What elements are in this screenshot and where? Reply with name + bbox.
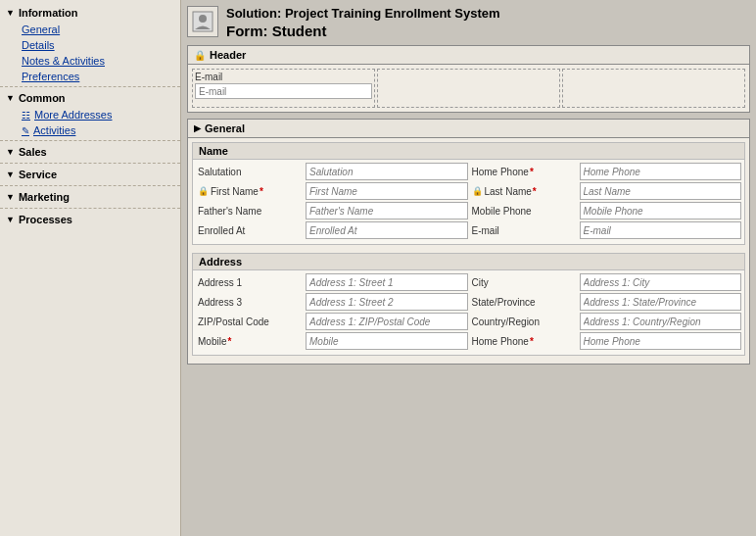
sidebar-section-processes[interactable]: ▼ Processes <box>0 211 180 228</box>
name-row-3: Enrolled At E-mail <box>196 221 741 239</box>
address-subsection: Address Address 1 City <box>192 253 745 356</box>
name-subsection-content: Salutation Home Phone * <box>193 160 744 244</box>
mobile-phone-label: Mobile Phone <box>470 205 578 218</box>
home-phone-input-0[interactable] <box>580 163 742 180</box>
name-subsection-header: Name <box>193 143 744 160</box>
triangle-icon: ▼ <box>6 215 15 224</box>
email-name-field: E-mail <box>470 221 742 239</box>
address-row-3: Mobile * Home Phone * <box>196 332 741 350</box>
header-section-label: Header <box>210 49 246 61</box>
first-name-label: 🔒 First Name * <box>196 185 304 198</box>
home-phone-required-0: * <box>530 167 534 177</box>
sidebar-section-common-label: Common <box>19 92 66 104</box>
country-field: Country/Region <box>470 313 742 330</box>
header-cell-0: E-mail <box>192 69 375 108</box>
address3-input[interactable] <box>306 293 468 311</box>
last-name-field: 🔒 Last Name * <box>470 182 742 200</box>
general-section: ▶ General Name Salutation <box>187 119 750 365</box>
home-phone-label-0: Home Phone * <box>470 166 578 178</box>
general-section-label: General <box>205 122 245 134</box>
solution-title-block: Solution: Project Training Enrollment Sy… <box>226 6 500 39</box>
grid-icon: ☷ <box>22 110 30 121</box>
arrow-icon: ▶ <box>194 123 201 133</box>
email-name-input[interactable] <box>580 221 742 239</box>
sidebar: ▼ Information General Details Notes & Ac… <box>0 0 181 536</box>
header-grid: E-mail <box>192 69 745 108</box>
sidebar-section-marketing[interactable]: ▼ Marketing <box>0 188 180 206</box>
triangle-icon: ▼ <box>6 192 15 202</box>
address-subsection-content: Address 1 City <box>193 270 744 355</box>
enrolled-at-field: Enrolled At <box>196 221 468 239</box>
last-name-required: * <box>533 186 537 197</box>
city-input[interactable] <box>580 273 742 291</box>
solution-title: Solution: Project Training Enrollment Sy… <box>226 6 500 21</box>
zip-input[interactable] <box>306 313 468 330</box>
triangle-icon: ▼ <box>6 93 15 103</box>
state-field: State/Province <box>470 293 742 311</box>
home-phone-field-0: Home Phone * <box>470 163 742 180</box>
triangle-icon: ▼ <box>6 147 15 157</box>
header-cell-1 <box>377 69 560 108</box>
general-section-content: Name Salutation Home Phone <box>188 138 749 364</box>
sidebar-section-marketing-label: Marketing <box>19 191 70 203</box>
first-name-lock-icon: 🔒 <box>198 186 209 196</box>
header-cell-2 <box>562 69 745 108</box>
home-phone-required-addr: * <box>530 336 534 347</box>
fathers-name-input[interactable] <box>306 202 468 219</box>
sidebar-item-activities[interactable]: ✎ Activities <box>0 122 180 138</box>
mobile-addr-input[interactable] <box>306 332 468 350</box>
header-section-header: 🔒 Header <box>188 46 749 65</box>
salutation-input[interactable] <box>306 163 468 180</box>
sidebar-item-preferences-label: Preferences <box>22 71 79 82</box>
address1-field: Address 1 <box>196 273 468 291</box>
state-input[interactable] <box>580 293 742 311</box>
first-name-input[interactable] <box>306 182 468 200</box>
divider-3 <box>0 163 180 164</box>
address-row-2: ZIP/Postal Code Country/Region <box>196 313 741 330</box>
sidebar-item-details[interactable]: Details <box>0 37 180 53</box>
country-input[interactable] <box>580 313 742 330</box>
sidebar-item-general-label: General <box>22 24 60 35</box>
email-name-label: E-mail <box>470 224 578 237</box>
home-phone-addr-input[interactable] <box>580 332 742 350</box>
sidebar-section-processes-label: Processes <box>19 214 72 225</box>
zip-field: ZIP/Postal Code <box>196 313 468 330</box>
salutation-label: Salutation <box>196 166 304 178</box>
divider-2 <box>0 140 180 141</box>
name-row-0: Salutation Home Phone * <box>196 163 741 180</box>
sidebar-item-notes-label: Notes & Activities <box>22 55 105 67</box>
divider-4 <box>0 185 180 186</box>
triangle-icon: ▼ <box>6 170 15 179</box>
solution-header: Solution: Project Training Enrollment Sy… <box>187 6 750 39</box>
salutation-field: Salutation <box>196 163 468 180</box>
first-name-field: 🔒 First Name * <box>196 182 468 200</box>
fathers-name-field: Father's Name <box>196 202 468 219</box>
address-row-1: Address 3 State/Province <box>196 293 741 311</box>
country-label: Country/Region <box>470 316 578 328</box>
sidebar-section-service[interactable]: ▼ Service <box>0 166 180 183</box>
enrolled-at-input[interactable] <box>306 221 468 239</box>
sidebar-section-common[interactable]: ▼ Common <box>0 89 180 107</box>
header-section: 🔒 Header E-mail <box>187 45 750 113</box>
last-name-input[interactable] <box>580 182 742 200</box>
main-content: Solution: Project Training Enrollment Sy… <box>181 0 756 536</box>
sidebar-section-sales[interactable]: ▼ Sales <box>0 143 180 161</box>
sidebar-item-notes[interactable]: Notes & Activities <box>0 53 180 69</box>
name-row-2: Father's Name Mobile Phone <box>196 202 741 219</box>
sidebar-section-information-label: Information <box>19 7 78 19</box>
sidebar-section-information[interactable]: ▼ Information <box>0 4 180 22</box>
sidebar-item-activities-label: Activities <box>33 124 75 136</box>
sidebar-item-preferences[interactable]: Preferences <box>0 69 180 84</box>
city-label: City <box>470 276 578 289</box>
mobile-phone-field: Mobile Phone <box>470 202 742 219</box>
email-input[interactable] <box>195 83 372 99</box>
address-row-0: Address 1 City <box>196 273 741 291</box>
address3-label: Address 3 <box>196 296 304 309</box>
sidebar-item-general[interactable]: General <box>0 22 180 37</box>
name-subsection: Name Salutation Home Phone <box>192 142 745 245</box>
sidebar-item-more-addresses[interactable]: ☷ More Addresses <box>0 107 180 122</box>
home-phone-addr-label: Home Phone * <box>470 335 578 348</box>
address1-input[interactable] <box>306 273 468 291</box>
sidebar-item-details-label: Details <box>22 39 55 51</box>
mobile-phone-input[interactable] <box>580 202 742 219</box>
